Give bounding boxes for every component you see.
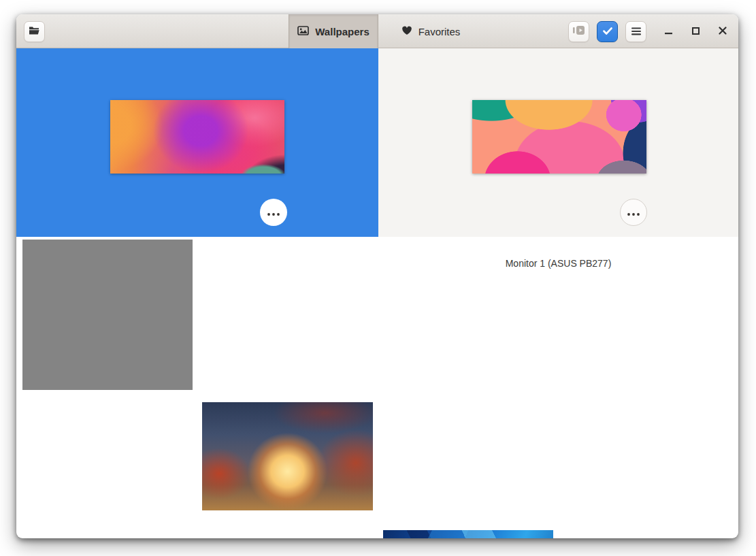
folder-open-icon (29, 26, 40, 38)
wallpaper-app-window: Wallpapers Favorites (16, 14, 738, 538)
monitor-panel-0[interactable]: Monitor 0 (27GL850) (16, 48, 378, 237)
monitor-1-label: Monitor 1 (ASUS PB277) (378, 258, 738, 269)
close-button[interactable] (711, 14, 734, 48)
hamburger-menu-icon (631, 26, 641, 38)
slideshow-icon (572, 25, 585, 38)
tab-wallpapers[interactable]: Wallpapers (289, 14, 378, 48)
image-icon (297, 26, 309, 37)
close-icon (719, 25, 727, 37)
main-menu-button[interactable] (625, 21, 646, 42)
wallpaper-item-gray-placeholder[interactable] (22, 240, 193, 390)
minimize-button[interactable] (657, 14, 680, 48)
tab-label: Favorites (418, 26, 461, 37)
titlebar: Wallpapers Favorites (16, 14, 738, 48)
maximize-button[interactable] (684, 14, 707, 48)
minimize-icon (665, 25, 672, 37)
open-folder-button[interactable] (24, 21, 45, 42)
slideshow-preview-button[interactable] (568, 21, 589, 42)
tab-label: Wallpapers (315, 26, 369, 37)
monitor-panel-1[interactable]: Monitor 1 (ASUS PB277) (378, 48, 738, 237)
wallpaper-item-light-blue-geometric[interactable] (383, 530, 553, 538)
apply-wallpaper-button[interactable] (597, 21, 618, 42)
monitor-1-options-button[interactable] (620, 199, 647, 226)
monitor-0-options-button[interactable] (260, 199, 287, 226)
wallpaper-item-autumn-forest-path[interactable] (202, 402, 373, 510)
ellipsis-icon (267, 206, 280, 218)
check-icon (602, 26, 613, 38)
monitor-0-wallpaper-thumbnail[interactable] (110, 100, 284, 174)
maximize-icon (692, 25, 700, 37)
ellipsis-icon (627, 206, 640, 218)
monitor-1-wallpaper-thumbnail[interactable] (472, 100, 646, 174)
tab-favorites[interactable]: Favorites (381, 14, 480, 48)
heart-icon (401, 26, 412, 37)
